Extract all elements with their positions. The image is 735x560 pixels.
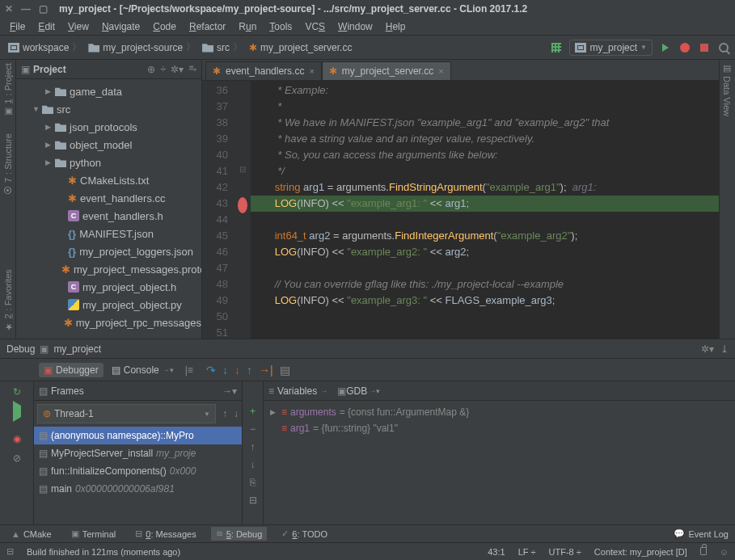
evaluate-icon[interactable]: ▤ bbox=[280, 364, 290, 377]
step-out-icon[interactable]: ↑ bbox=[247, 364, 252, 377]
menu-view[interactable]: View bbox=[63, 19, 94, 34]
copy-icon[interactable]: ⎘ bbox=[250, 477, 256, 488]
menu-window[interactable]: Window bbox=[333, 19, 378, 34]
line-separator[interactable]: LF ÷ bbox=[518, 547, 536, 557]
frame-row[interactable]: ▤MyProjectServer_installmy_proje bbox=[34, 444, 242, 462]
gear-icon[interactable]: ✲▾ bbox=[701, 343, 714, 355]
hide-icon[interactable]: ⥱ bbox=[188, 64, 196, 75]
tree-row[interactable]: {}MANIFEST.json bbox=[16, 225, 201, 242]
up-icon[interactable]: ↑ bbox=[251, 441, 256, 453]
terminal-tab[interactable]: ▣Terminal bbox=[66, 527, 121, 541]
tree-row[interactable]: Cmy_project_object.h bbox=[16, 278, 201, 296]
menu-help[interactable]: Help bbox=[381, 19, 411, 34]
close-icon[interactable]: ✕ bbox=[5, 3, 13, 15]
add-watch-icon[interactable]: + bbox=[250, 406, 256, 417]
editor-tab[interactable]: ✱my_project_server.cc× bbox=[322, 61, 451, 80]
tree-row[interactable]: ✱my_project_messages.proto bbox=[16, 260, 201, 278]
caret-position[interactable]: 43:1 bbox=[488, 547, 505, 557]
prev-frame-icon[interactable]: ↑ bbox=[219, 408, 230, 419]
menu-tools[interactable]: Tools bbox=[264, 19, 297, 34]
tree-row[interactable]: ✱my_project_rpc_messages bbox=[16, 314, 201, 331]
tool-favorites-tab[interactable]: ★ 2: Favorites bbox=[2, 269, 13, 332]
force-step-icon[interactable]: ↓ bbox=[234, 364, 240, 377]
menu-vcs[interactable]: VCS bbox=[300, 19, 330, 34]
target-icon[interactable]: ÷ bbox=[160, 64, 166, 75]
close-icon[interactable]: × bbox=[309, 66, 314, 76]
menu-run[interactable]: Run bbox=[234, 19, 261, 34]
run-to-cursor-icon[interactable]: →| bbox=[259, 364, 273, 377]
breadcrumb[interactable]: my_project-source〉 bbox=[85, 39, 199, 56]
todo-tab[interactable]: ✓6: TODO bbox=[277, 527, 332, 541]
cmake-tab[interactable]: ▲CMake bbox=[6, 528, 57, 541]
frame-row[interactable]: ▤main0x000000000006af981 bbox=[34, 480, 242, 498]
debug-tab[interactable]: ≋5: Debug bbox=[211, 527, 268, 541]
variables-list[interactable]: ▶≡ arguments = {const fun::ArgumentMap &… bbox=[264, 401, 735, 524]
window-buttons[interactable]: ✕—▢ bbox=[5, 3, 48, 15]
code-lines[interactable]: * Example: * * We have in MANIFEST.json … bbox=[251, 81, 719, 339]
mute-breakpoints-icon[interactable]: ⊘ bbox=[13, 453, 21, 464]
tree-row[interactable]: {}my_project_loggers.json bbox=[16, 242, 201, 260]
down-icon[interactable]: ↓ bbox=[251, 459, 256, 470]
more-icon[interactable]: ⊟ bbox=[249, 495, 257, 506]
breakpoint-icon[interactable] bbox=[238, 197, 247, 213]
tool-dataview-tab[interactable]: ▤ Data View bbox=[722, 63, 733, 116]
maximize-icon[interactable]: ▢ bbox=[39, 3, 48, 15]
debugger-tab[interactable]: ▣Debugger bbox=[39, 363, 103, 377]
tree-row[interactable]: ▼src bbox=[16, 100, 201, 118]
tree-row[interactable]: my_project_object.py bbox=[16, 296, 201, 314]
tree-row[interactable]: ✱CMakeLists.txt bbox=[16, 171, 201, 189]
encoding[interactable]: UTF-8 ÷ bbox=[549, 547, 581, 557]
context[interactable]: Context: my_project [D] bbox=[594, 547, 687, 557]
project-tree[interactable]: ▶game_data▼src▶json_protocols▶object_mod… bbox=[16, 79, 201, 339]
tool-structure-tab[interactable]: ⦿ 7: Structure bbox=[3, 133, 13, 195]
code-area[interactable]: 36373839404142434445464748495051 ⊟ * Exa… bbox=[202, 81, 719, 339]
close-icon[interactable]: × bbox=[438, 66, 443, 76]
variable-row[interactable]: ▶≡ arguments = {const fun::ArgumentMap &… bbox=[267, 404, 732, 420]
tool-project-tab[interactable]: ▣ 1: Project bbox=[2, 63, 13, 117]
debug-button[interactable] bbox=[678, 41, 691, 54]
messages-tab[interactable]: ⊟0: Messages bbox=[130, 527, 201, 541]
tree-row[interactable]: ▶python bbox=[16, 154, 201, 171]
frame-row[interactable]: ▤fun::InitializeComponents()0x000 bbox=[34, 462, 242, 480]
pin-icon[interactable]: ⤓ bbox=[720, 343, 729, 355]
lock-icon[interactable] bbox=[700, 547, 707, 555]
next-frame-icon[interactable]: ↓ bbox=[230, 408, 242, 419]
gutter-marks[interactable]: ⊟ bbox=[234, 81, 251, 339]
gear-icon[interactable]: ✲▾ bbox=[171, 64, 184, 75]
search-button[interactable] bbox=[717, 41, 730, 54]
thread-selector[interactable]: ⊚Thread-1 ▼ bbox=[37, 404, 216, 423]
tree-row[interactable]: ✱event_handlers.cc bbox=[16, 189, 201, 207]
menu-code[interactable]: Code bbox=[148, 19, 181, 34]
tree-row[interactable]: ▶object_model bbox=[16, 136, 201, 154]
minimize-icon[interactable]: — bbox=[21, 3, 31, 15]
run-button[interactable] bbox=[659, 41, 672, 54]
tree-row[interactable]: ▶game_data bbox=[16, 82, 201, 100]
tree-row[interactable]: ▶json_protocols bbox=[16, 118, 201, 136]
restore-icon[interactable]: →▾ bbox=[222, 385, 237, 397]
breadcrumb[interactable]: workspace〉 bbox=[5, 39, 85, 56]
menu-file[interactable]: File bbox=[5, 19, 30, 34]
breadcrumb[interactable]: ✱my_project_server.cc bbox=[246, 40, 355, 55]
editor-tab[interactable]: ✱event_handlers.cc× bbox=[205, 61, 322, 80]
stop-button[interactable] bbox=[698, 41, 711, 54]
step-into-icon[interactable]: ↓ bbox=[222, 364, 228, 377]
variable-row[interactable]: ≡ arg1 = {fun::string} "val1" bbox=[267, 420, 732, 436]
status-icon[interactable]: ⊟ bbox=[6, 546, 14, 557]
menu-refactor[interactable]: Refactor bbox=[184, 19, 230, 34]
collapse-icon[interactable]: ⊕ bbox=[147, 64, 155, 75]
menu-edit[interactable]: Edit bbox=[33, 19, 60, 34]
run-config-selector[interactable]: my_project▼ bbox=[569, 40, 653, 56]
event-log-tab[interactable]: Event Log bbox=[688, 529, 729, 539]
resume-button[interactable] bbox=[13, 406, 21, 417]
step-over-icon[interactable]: ↷ bbox=[206, 364, 216, 377]
frame-list[interactable]: ▤(anonymous namespace)::MyPro▤MyProjectS… bbox=[34, 427, 242, 524]
view-breakpoints-icon[interactable]: ◉ bbox=[13, 433, 21, 444]
frame-row[interactable]: ▤(anonymous namespace)::MyPro bbox=[34, 427, 242, 444]
build-icon[interactable] bbox=[550, 41, 563, 54]
menu-navigate[interactable]: Navigate bbox=[97, 19, 145, 34]
breadcrumb[interactable]: src〉 bbox=[199, 39, 246, 56]
tree-row[interactable]: Cevent_handlers.h bbox=[16, 207, 201, 225]
remove-watch-icon[interactable]: − bbox=[250, 423, 256, 435]
console-tab[interactable]: ▤Console→▾ bbox=[107, 363, 179, 377]
rerun-icon[interactable]: ↻ bbox=[13, 386, 21, 398]
